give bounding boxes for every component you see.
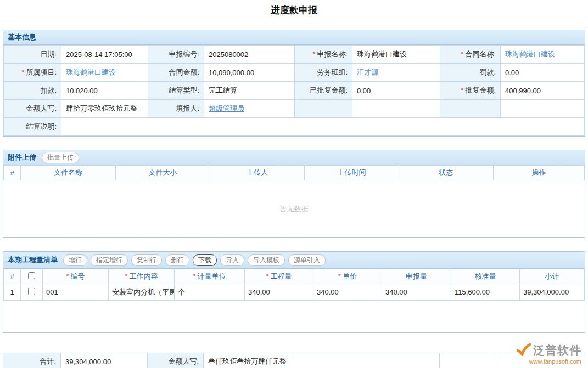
row-declared: 340.00 [382,284,451,301]
attachments-col-uploader: 上传人 [210,166,305,180]
empty-label-cell [440,100,501,118]
required-asterisk: * [66,272,69,280]
qty-col-index: # [4,269,21,284]
summary-row: 合计: 39,304,000.00 金额大写: 叁仟玖佰叁拾万肆仟元整 [3,353,585,368]
batch-upload-button[interactable]: 批量上传 [42,152,79,163]
date-label: 日期: [4,46,61,64]
add-row-button[interactable]: 增行 [63,254,87,266]
delete-row-button[interactable]: 删行 [165,254,189,266]
attachments-table: # 文件名称 文件大小 上传人 上传时间 状态 操作 [3,165,585,180]
required-asterisk: * [338,272,341,280]
labor-team-link[interactable]: 汇才源 [357,68,378,76]
quantity-list-title: 本期工程量清单 [8,255,58,265]
labor-team-label: 劳务班组: [295,64,352,82]
attachments-col-filesize: 文件大小 [116,166,210,180]
project-value: 珠海鹤港口建设 [61,64,148,82]
import-template-button[interactable]: 导入模板 [248,254,285,266]
amount-caps-label: 金额大写: [4,100,61,118]
select-all-checkbox[interactable] [28,272,35,279]
reporter-value: 超级管理员 [204,100,295,118]
required-asterisk: * [461,86,463,94]
approved-done-value: 0.00 [352,82,440,100]
penalty-value: 0.00 [501,64,585,82]
required-asterisk: * [266,272,268,280]
reporter-label: 填报人: [148,100,204,118]
quantity-list-toolbar: 增行 指定增行 复制行 删行 下载 导入 导入模板 源单引入 [63,254,326,266]
qty-col-content: *工作内容 [109,269,175,284]
download-button[interactable]: 下载 [193,254,217,266]
row-price: 340.00 [313,284,382,301]
contract-name-value: 珠海鹤港口建设 [501,46,585,64]
approved-done-label: 已批复金额: [295,82,352,100]
basic-info-row-2: *所属项目: 珠海鹤港口建设 合同金额: 10,090,000.00 劳务班组:… [4,64,585,82]
attachments-header: 附件上传 批量上传 [3,150,585,165]
import-button[interactable]: 导入 [220,254,244,266]
qty-col-select [21,269,43,284]
settle-type-value: 完工结算 [204,82,295,100]
empty-label-cell [295,100,352,118]
source-import-button[interactable]: 源单引入 [288,254,326,266]
approve-amount-label: *批复金额: [440,82,501,100]
reporter-link[interactable]: 超级管理员 [209,104,244,112]
fanpu-logo-row: 泛普软件 [517,343,581,358]
settle-note-value [61,118,585,136]
attachments-col-status: 状态 [399,166,494,180]
required-asterisk: * [461,50,463,58]
contract-name-link[interactable]: 珠海鹤港口建设 [505,50,555,58]
page-title: 进度款申报 [0,0,588,16]
attachments-empty-state: 暂无数据 [3,180,585,237]
basic-info-section: 基本信息 日期: 2025-08-14 17:05:00 申报编号: 20250… [3,30,585,137]
qty-col-quantity: *工程量 [245,269,313,284]
no-data-text: 暂无数据 [280,204,309,214]
attachments-col-index: # [4,166,21,180]
basic-info-row-1: 日期: 2025-08-14 17:05:00 申报编号: 2025080002… [4,46,585,64]
summary-table: 合计: 39,304,000.00 金额大写: 叁仟玖佰叁拾万肆仟元整 [3,353,585,368]
fanpu-logo-url: www.fanpusoft.com [517,358,581,365]
penalty-label: 罚款: [440,64,501,82]
basic-info-row-3: 扣款: 10,020.00 结算类型: 完工结算 已批复金额: 0.00 *批复… [4,82,585,100]
required-asterisk: * [193,272,195,280]
labor-team-value: 汇才源 [352,64,440,82]
total-caps-label: 金额大写: [148,353,204,368]
row-approved: 115,600.00 [451,284,520,301]
contract-amount-value: 10,090,000.00 [204,64,295,82]
quantity-list-header: 本期工程量清单 增行 指定增行 复制行 删行 下载 导入 导入模板 源单引入 [3,252,585,269]
required-asterisk: * [312,50,315,58]
qty-col-code: *编号 [43,269,109,284]
deduction-value: 10,020.00 [61,82,148,100]
attachments-col-actions: 操作 [494,166,585,180]
quantity-list-empty-space [3,301,585,332]
basic-info-row-5: 结算说明: [4,118,585,136]
fanpu-checkmark-icon [517,343,531,358]
row-index: 1 [4,284,21,301]
row-code: 001 [43,284,109,301]
settle-type-label: 结算类型: [148,82,204,100]
basic-info-header: 基本信息 [3,30,585,45]
decl-no-value: 2025080002 [204,46,295,64]
qty-col-unit: *计量单位 [175,269,245,284]
qty-col-approved: 核准量 [451,269,520,284]
project-link[interactable]: 珠海鹤港口建设 [66,68,116,76]
row-unit: 个 [175,284,245,301]
fanpu-logo-text: 泛普软件 [533,343,581,358]
date-value: 2025-08-14 17:05:00 [61,46,148,64]
empty-value-cell [501,100,585,118]
quantity-list-section: 本期工程量清单 增行 指定增行 复制行 删行 下载 导入 导入模板 源单引入 #… [3,251,585,333]
total-caps-value: 叁仟玖佰叁拾万肆仟元整 [204,353,294,368]
contract-name-label: *合同名称: [440,46,501,64]
required-asterisk: * [125,272,127,280]
insert-row-button[interactable]: 指定增行 [91,254,128,266]
settle-note-label: 结算说明: [4,118,61,136]
copy-row-button[interactable]: 复制行 [131,254,162,266]
basic-info-table: 日期: 2025-08-14 17:05:00 申报编号: 2025080002… [3,45,585,136]
row-checkbox[interactable] [28,288,35,295]
attachments-col-uploadtime: 上传时间 [305,166,399,180]
fanpu-logo: 泛普软件 www.fanpusoft.com [517,343,581,365]
decl-no-label: 申报编号: [148,46,204,64]
basic-info-row-4: 金额大写: 肆拾万零玖佰玖拾元整 填报人: 超级管理员 [4,100,585,118]
empty-value-cell [294,353,440,368]
decl-name-label: *申报名称: [295,46,352,64]
contract-amount-label: 合同金额: [148,64,204,82]
basic-info-title: 基本信息 [8,32,36,42]
approve-amount-value: 400,990.00 [501,82,585,100]
